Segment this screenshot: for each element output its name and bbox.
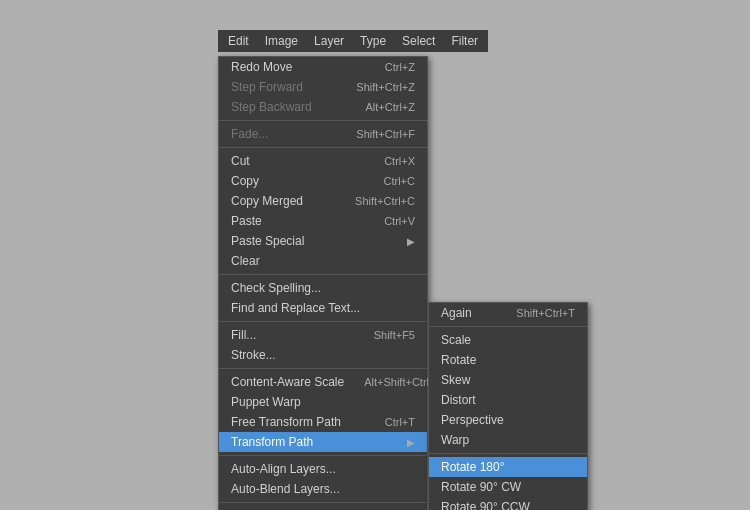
menu-item-transform-path[interactable]: Transform Path ▶ — [219, 432, 427, 452]
submenu-item-warp[interactable]: Warp — [429, 430, 587, 450]
menu-item-puppet-warp[interactable]: Puppet Warp — [219, 392, 427, 412]
menu-item-define-brush[interactable]: Define Brush Preset... — [219, 506, 427, 510]
menu-item-auto-blend[interactable]: Auto-Blend Layers... — [219, 479, 427, 499]
menu-item-fill[interactable]: Fill... Shift+F5 — [219, 325, 427, 345]
menu-item-clear[interactable]: Clear — [219, 251, 427, 271]
menu-item-step-forward: Step Forward Shift+Ctrl+Z — [219, 77, 427, 97]
sub-separator-1 — [429, 326, 587, 327]
submenu-item-scale[interactable]: Scale — [429, 330, 587, 350]
menu-item-copy[interactable]: Copy Ctrl+C — [219, 171, 427, 191]
separator-6 — [219, 455, 427, 456]
separator-5 — [219, 368, 427, 369]
menu-item-find-replace[interactable]: Find and Replace Text... — [219, 298, 427, 318]
menu-item-content-aware-scale[interactable]: Content-Aware Scale Alt+Shift+Ctrl+C — [219, 372, 427, 392]
sub-separator-2 — [429, 453, 587, 454]
menu-item-check-spelling[interactable]: Check Spelling... — [219, 278, 427, 298]
separator-2 — [219, 147, 427, 148]
menu-item-fade: Fade... Shift+Ctrl+F — [219, 124, 427, 144]
separator-4 — [219, 321, 427, 322]
submenu-item-rotate-90-ccw[interactable]: Rotate 90° CCW — [429, 497, 587, 510]
transform-submenu: Again Shift+Ctrl+T Scale Rotate Skew Dis… — [428, 302, 588, 510]
menu-item-paste[interactable]: Paste Ctrl+V — [219, 211, 427, 231]
menu-bar: Edit Image Layer Type Select Filter — [218, 30, 488, 52]
menu-image[interactable]: Image — [259, 32, 304, 50]
menu-item-stroke[interactable]: Stroke... — [219, 345, 427, 365]
submenu-item-perspective[interactable]: Perspective — [429, 410, 587, 430]
menu-select[interactable]: Select — [396, 32, 441, 50]
menu-item-cut[interactable]: Cut Ctrl+X — [219, 151, 427, 171]
submenu-item-rotate-90-cw[interactable]: Rotate 90° CW — [429, 477, 587, 497]
menu-item-copy-merged[interactable]: Copy Merged Shift+Ctrl+C — [219, 191, 427, 211]
menu-edit[interactable]: Edit — [222, 32, 255, 50]
edit-dropdown: Redo Move Ctrl+Z Step Forward Shift+Ctrl… — [218, 56, 428, 510]
menu-type[interactable]: Type — [354, 32, 392, 50]
submenu-item-skew[interactable]: Skew — [429, 370, 587, 390]
menu-item-paste-special[interactable]: Paste Special ▶ — [219, 231, 427, 251]
separator-1 — [219, 120, 427, 121]
separator-7 — [219, 502, 427, 503]
submenu-item-rotate-180[interactable]: Rotate 180° — [429, 457, 587, 477]
menu-layer[interactable]: Layer — [308, 32, 350, 50]
menu-item-step-backward: Step Backward Alt+Ctrl+Z — [219, 97, 427, 117]
submenu-item-again[interactable]: Again Shift+Ctrl+T — [429, 303, 587, 323]
submenu-item-rotate[interactable]: Rotate — [429, 350, 587, 370]
menu-item-redo-move[interactable]: Redo Move Ctrl+Z — [219, 57, 427, 77]
menu-item-free-transform[interactable]: Free Transform Path Ctrl+T — [219, 412, 427, 432]
separator-3 — [219, 274, 427, 275]
menu-filter[interactable]: Filter — [445, 32, 484, 50]
submenu-item-distort[interactable]: Distort — [429, 390, 587, 410]
menu-item-auto-align[interactable]: Auto-Align Layers... — [219, 459, 427, 479]
